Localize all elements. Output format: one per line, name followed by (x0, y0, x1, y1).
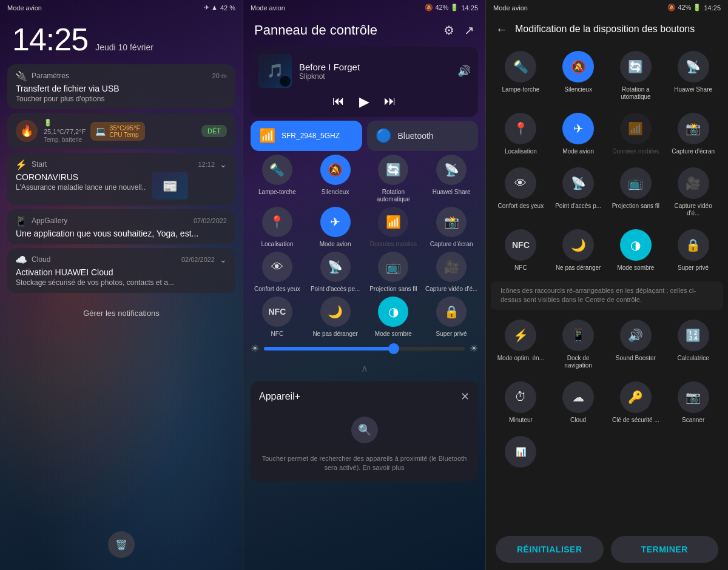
battery-temp-label: Temp. batterie (44, 136, 86, 143)
torch-label: Lampe-torche (258, 189, 296, 196)
p3-dnd-btn[interactable]: 🌙 (562, 229, 594, 261)
p3-scanner-btn[interactable]: 📷 (678, 381, 709, 413)
p3-bottom-bar: RÉINITIALISER TERMINER (486, 529, 728, 570)
appareil-close-icon[interactable]: ✕ (460, 390, 470, 403)
p3-private-btn[interactable]: 🔒 (678, 229, 709, 261)
screencap-btn[interactable]: 🎥 (436, 252, 467, 282)
time-large: 14:25 (12, 21, 88, 58)
play-icon[interactable]: ▶ (359, 94, 369, 110)
p3-screenshot-label: Capture d'écran (672, 148, 715, 155)
p3-item-screenshot: 📸 Capture d'écran (666, 108, 721, 160)
wifi-card[interactable]: 📶 SFR_2948_5GHZ (251, 121, 362, 151)
notification-start[interactable]: ⚡ Start 12:12 ⌄ CORONAVIRUS L'Assurance … (7, 153, 235, 206)
p3-nfc-btn[interactable]: NFC (505, 229, 536, 261)
notification-cloud[interactable]: ☁️ Cloud 02/02/2022 ⌄ Activation HUAWEI … (7, 248, 235, 293)
dark-label: Mode sombre (375, 330, 412, 338)
edit-icon-cp[interactable]: ↗ (464, 23, 474, 38)
notification-appgallery[interactable]: 📱 AppGallery 07/02/2022 Une application … (7, 209, 235, 244)
quick-grid-4: NFC NFC 🌙 Ne pas déranger ◑ Mode sombre … (251, 297, 478, 338)
quick-item-share: 📡 Huawei Share (425, 155, 478, 203)
brightness-slider[interactable] (264, 347, 465, 350)
p3-dnd-label: Ne pas déranger (556, 264, 601, 272)
p3-extra-btn[interactable]: 📊 (505, 436, 536, 468)
p3-key-btn[interactable]: 🔑 (620, 381, 652, 413)
rotation-btn[interactable]: 🔄 (378, 155, 408, 185)
back-icon[interactable]: ← (496, 22, 508, 36)
airplane-btn[interactable]: ✈ (320, 207, 351, 237)
p3-hotspot-btn[interactable]: 📡 (562, 167, 594, 199)
p3-data-btn[interactable]: 📶 (620, 113, 652, 144)
expand-icon-cloud[interactable]: ⌄ (220, 255, 227, 264)
det-button[interactable]: DÉT (201, 125, 227, 137)
p3-projection-btn[interactable]: 📺 (620, 167, 652, 199)
share-btn[interactable]: 📡 (436, 155, 467, 185)
brightness-row: ☀ ☀ (251, 343, 478, 354)
cp-title: Panneau de contrôle (254, 22, 377, 38)
p3-sound-booster-label: Sound Booster (616, 355, 656, 362)
share-label: Huawei Share (433, 189, 471, 196)
status-battery-p1: 42 % (220, 4, 235, 12)
p3-timer-btn[interactable]: ⏱ (505, 381, 536, 413)
p3-airplane-btn[interactable]: ✈ (562, 113, 594, 144)
appareil-search-icon[interactable]: 🔍 (351, 417, 378, 443)
p3-item-cloud: ☁ Cloud (551, 377, 606, 429)
nfc-btn[interactable]: NFC (262, 297, 292, 327)
settings-icon-cp[interactable]: ⚙ (443, 23, 454, 38)
p3-rotation-btn[interactable]: 🔄 (620, 51, 652, 82)
p3-calc-btn[interactable]: 🔢 (678, 320, 709, 351)
quick-item-airplane: ✈ Mode avion (309, 207, 362, 248)
projection-btn[interactable]: 📺 (378, 252, 408, 282)
notification-usb[interactable]: 🔌 Paramètres 20 m Transfert de fichier v… (7, 64, 235, 109)
p3-silent-btn[interactable]: 🔕 (562, 51, 594, 82)
p3-item-calc: 🔢 Calculatrice (666, 315, 721, 374)
torch-btn[interactable]: 🔦 (262, 155, 292, 185)
status-time-p2: 14:25 (461, 4, 478, 12)
screenshot-btn[interactable]: 📸 (436, 207, 467, 237)
p3-eyecare-btn[interactable]: 👁 (505, 167, 536, 199)
p3-optim-btn[interactable]: ⚡ (505, 320, 536, 351)
next-icon[interactable]: ⏭ (384, 94, 396, 110)
appareil-title: Appareil+ (259, 391, 300, 402)
quick-item-location: 📍 Localisation (251, 207, 304, 248)
notif-body-cloud: Stockage sécurisé de vos photos, contact… (16, 278, 227, 287)
cpu-temp: 35°C/95°F (109, 124, 140, 132)
p3-location-btn[interactable]: 📍 (505, 113, 536, 144)
eyecare-btn[interactable]: 👁 (262, 252, 292, 282)
quick-item-hotspot: 📡 Point d'accès pe... (309, 252, 362, 293)
p3-sound-booster-btn[interactable]: 🔊 (620, 320, 652, 351)
p3-cloud-btn[interactable]: ☁ (562, 381, 594, 413)
music-note-badge: ♪ (280, 76, 291, 87)
expand-icon-start[interactable]: ⌄ (220, 159, 227, 169)
p3-dark-btn[interactable]: ◑ (620, 229, 652, 261)
p3-torch-btn[interactable]: 🔦 (505, 51, 536, 82)
p3-screencap-btn[interactable]: 🎥 (678, 167, 709, 199)
brightness-high-icon: ☀ (470, 343, 478, 354)
prev-icon[interactable]: ⏮ (332, 94, 345, 110)
projection-label: Projection sans fil (369, 286, 417, 293)
p3-share-btn[interactable]: 📡 (678, 51, 709, 82)
data-btn[interactable]: 📶 (378, 207, 408, 237)
quick-item-projection: 📺 Projection sans fil (367, 252, 420, 293)
trash-button[interactable]: 🗑️ (108, 531, 135, 558)
dark-btn[interactable]: ◑ (378, 297, 408, 327)
music-sound-icon: 🔊 (457, 64, 471, 78)
p3-item-extra: 📊 (493, 431, 548, 476)
screencap-label: Capture vidéo d'é... (425, 286, 477, 293)
dnd-btn[interactable]: 🌙 (320, 297, 351, 327)
notif-time-cloud: 02/02/2022 (181, 256, 215, 263)
done-button[interactable]: TERMINER (611, 536, 719, 563)
battery-card[interactable]: 🔥 🔋 25,1°C/77,2°F Temp. batterie 💻 35°C/… (7, 113, 235, 149)
silent-btn[interactable]: 🔕 (320, 155, 351, 185)
private-btn[interactable]: 🔒 (436, 297, 467, 327)
eyecare-label: Confort des yeux (254, 286, 300, 293)
music-widget: 🎵 ♪ Before I Forget Slipknot 🔊 ⏮ ▶ ⏭ (251, 47, 478, 117)
manage-notifications[interactable]: Gérer les notifications (0, 297, 243, 330)
p3-dock-btn[interactable]: 📱 (562, 320, 594, 351)
reset-button[interactable]: RÉINITIALISER (496, 536, 604, 563)
bluetooth-card[interactable]: 🔵 Bluetooth (367, 121, 479, 151)
hotspot-btn[interactable]: 📡 (320, 252, 351, 282)
p3-screenshot-btn[interactable]: 📸 (678, 113, 709, 144)
location-btn[interactable]: 📍 (262, 207, 292, 237)
quick-grid-3: 👁 Confort des yeux 📡 Point d'accès pe...… (251, 252, 478, 293)
quick-item-data: 📶 Données mobiles (367, 207, 420, 248)
